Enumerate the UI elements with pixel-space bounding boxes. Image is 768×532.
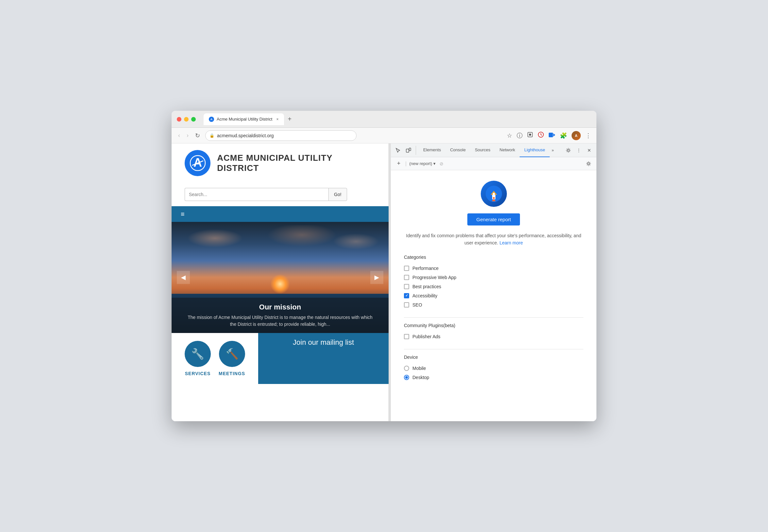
traffic-light-red[interactable] xyxy=(177,117,181,122)
services-icon[interactable]: 🔧 xyxy=(185,341,211,367)
video-icon[interactable] xyxy=(549,132,555,139)
device-mobile: Mobile xyxy=(404,364,583,373)
seo-label: SEO xyxy=(412,302,422,308)
lock-icon: 🔒 xyxy=(209,133,214,138)
slider-next-button[interactable]: ► xyxy=(370,271,383,284)
tab-lighthouse[interactable]: Lighthouse xyxy=(520,143,550,157)
svg-point-16 xyxy=(493,197,495,199)
browser-tab[interactable]: A Acme Municipal Utility District × xyxy=(204,113,284,125)
devtools-close-button[interactable]: ✕ xyxy=(585,146,594,155)
traffic-light-green[interactable] xyxy=(191,117,196,122)
devtools-panel: Elements Console Sources Network Lightho… xyxy=(391,143,596,421)
lighthouse-categories: Categories Performance Progressive Web A… xyxy=(404,255,583,309)
devtools-settings-button[interactable] xyxy=(564,146,573,155)
main-area: A ACME MUNICIPAL UTILITY DISTRICT Go! ≡ xyxy=(172,143,596,421)
category-accessibility: Accessibility xyxy=(404,291,583,300)
devtools-tabs: Elements Console Sources Network Lightho… xyxy=(416,143,564,157)
inspect-element-icon[interactable] xyxy=(393,146,403,155)
best-practices-checkbox[interactable] xyxy=(404,284,409,289)
report-actions: ⊘ xyxy=(440,161,443,166)
bookmark-star-icon[interactable]: ☆ xyxy=(507,132,512,139)
device-toggle-icon[interactable] xyxy=(404,146,413,155)
forward-button[interactable]: › xyxy=(185,131,190,140)
lighthouse-community: Community Plugins(beta) Publisher Ads xyxy=(404,323,583,341)
category-performance: Performance xyxy=(404,264,583,273)
slider-prev-button[interactable]: ◄ xyxy=(177,271,190,284)
tab-sources[interactable]: Sources xyxy=(470,143,495,157)
site-nav: ≡ xyxy=(172,206,389,222)
tab-network[interactable]: Network xyxy=(495,143,520,157)
back-button[interactable]: ‹ xyxy=(177,131,181,140)
mobile-radio[interactable] xyxy=(404,366,409,371)
lighthouse-report-selector[interactable]: (new report) ▾ xyxy=(409,161,436,166)
devtools-panel-icons xyxy=(393,146,416,155)
tab-console[interactable]: Console xyxy=(445,143,470,157)
new-tab-button[interactable]: + xyxy=(285,115,294,123)
community-publisher-ads: Publisher Ads xyxy=(404,332,583,341)
report-placeholder: (new report) xyxy=(409,161,432,166)
tab-title: Acme Municipal Utility District xyxy=(217,117,272,122)
publisher-ads-checkbox[interactable] xyxy=(404,334,409,339)
lh-divider-1 xyxy=(404,317,583,318)
tab-elements[interactable]: Elements xyxy=(419,143,445,157)
url-bar[interactable]: 🔒 acmemud.specialdistrict.org xyxy=(205,130,357,141)
devtools-tab-actions: ⋮ ✕ xyxy=(564,146,594,155)
services-label: SERVICES xyxy=(185,371,211,376)
address-bar: ‹ › ↻ 🔒 acmemud.specialdistrict.org ☆ ⓘ xyxy=(172,128,596,143)
svg-text:A: A xyxy=(193,156,202,169)
svg-rect-8 xyxy=(406,149,409,152)
extension-icon-1[interactable] xyxy=(527,132,533,139)
browser-window: A Acme Municipal Utility District × + ‹ … xyxy=(172,111,596,421)
hero-clouds xyxy=(172,225,389,258)
performance-label: Performance xyxy=(412,266,439,271)
puzzle-icon[interactable]: 🧩 xyxy=(560,132,567,139)
traffic-lights xyxy=(177,117,196,122)
svg-point-11 xyxy=(588,163,590,165)
more-menu-icon[interactable]: ⋮ xyxy=(585,132,591,139)
traffic-light-yellow[interactable] xyxy=(184,117,189,122)
tab-close-button[interactable]: × xyxy=(276,117,278,122)
services-section: 🔧 SERVICES 🔨 MEETINGS xyxy=(172,333,258,384)
lighthouse-add-button[interactable]: + xyxy=(395,160,403,168)
search-button[interactable]: Go! xyxy=(328,188,347,201)
learn-more-link[interactable]: Learn more xyxy=(499,240,523,245)
more-tabs-button[interactable]: » xyxy=(550,145,556,155)
site-logo: A xyxy=(185,150,210,176)
website-panel: A ACME MUNICIPAL UTILITY DISTRICT Go! ≡ xyxy=(172,143,389,421)
categories-title: Categories xyxy=(404,255,583,260)
svg-rect-9 xyxy=(409,148,411,151)
seo-checkbox[interactable] xyxy=(404,302,409,308)
accessibility-checkbox[interactable] xyxy=(404,293,409,298)
device-desktop: Desktop xyxy=(404,373,583,382)
svg-point-10 xyxy=(567,149,569,151)
site-header: A ACME MUNICIPAL UTILITY DISTRICT xyxy=(172,143,389,183)
reload-button[interactable]: ↻ xyxy=(194,131,201,141)
mailing-list-banner[interactable]: Join our mailing list xyxy=(258,333,389,384)
tab-favicon: A xyxy=(209,117,214,122)
lighthouse-logo xyxy=(481,181,507,207)
hamburger-menu[interactable]: ≡ xyxy=(177,208,189,221)
lh-separator: | xyxy=(405,161,407,167)
bottom-section: 🔧 SERVICES 🔨 MEETINGS Join our mailing l… xyxy=(172,333,389,384)
svg-rect-15 xyxy=(493,193,495,195)
meetings-label: MEETINGS xyxy=(219,371,245,376)
search-input[interactable] xyxy=(185,188,328,201)
desktop-radio[interactable] xyxy=(404,375,409,380)
performance-checkbox[interactable] xyxy=(404,266,409,271)
extension-icon-2[interactable] xyxy=(538,131,544,140)
avatar[interactable]: A xyxy=(572,131,581,140)
devtools-more-button[interactable]: ⋮ xyxy=(574,146,583,155)
meetings-icon[interactable]: 🔨 xyxy=(219,341,245,367)
info-icon[interactable]: ⓘ xyxy=(517,132,523,140)
community-title: Community Plugins(beta) xyxy=(404,323,583,328)
generate-report-button[interactable]: Generate report xyxy=(467,213,520,225)
hero-title: Our mission xyxy=(185,303,376,311)
pwa-checkbox[interactable] xyxy=(404,275,409,280)
report-clear-icon[interactable]: ⊘ xyxy=(440,161,443,166)
lighthouse-settings-button[interactable] xyxy=(585,160,593,168)
devtools-toolbar: Elements Console Sources Network Lightho… xyxy=(391,143,596,157)
pwa-label: Progressive Web App xyxy=(412,275,456,280)
tab-area: A Acme Municipal Utility District × + xyxy=(204,113,591,125)
service-item-meetings: 🔨 MEETINGS xyxy=(219,341,245,376)
report-dropdown-icon: ▾ xyxy=(433,161,436,166)
